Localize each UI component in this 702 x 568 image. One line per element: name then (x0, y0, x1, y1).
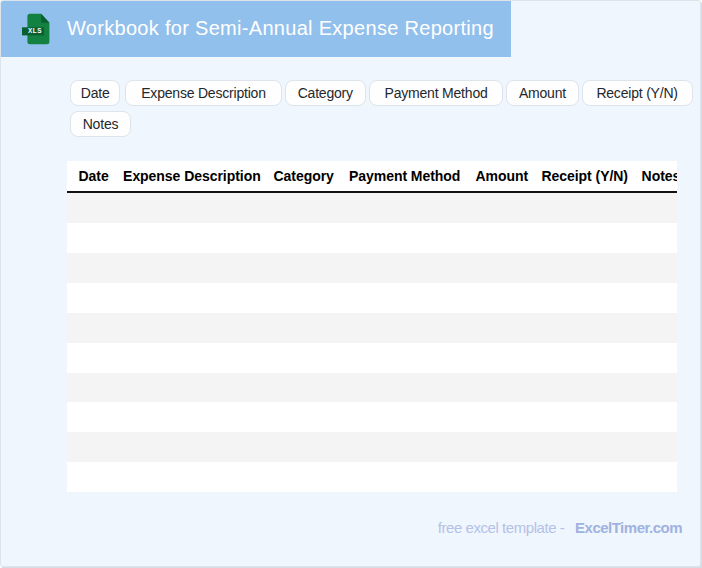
svg-text:XLS: XLS (28, 27, 42, 34)
